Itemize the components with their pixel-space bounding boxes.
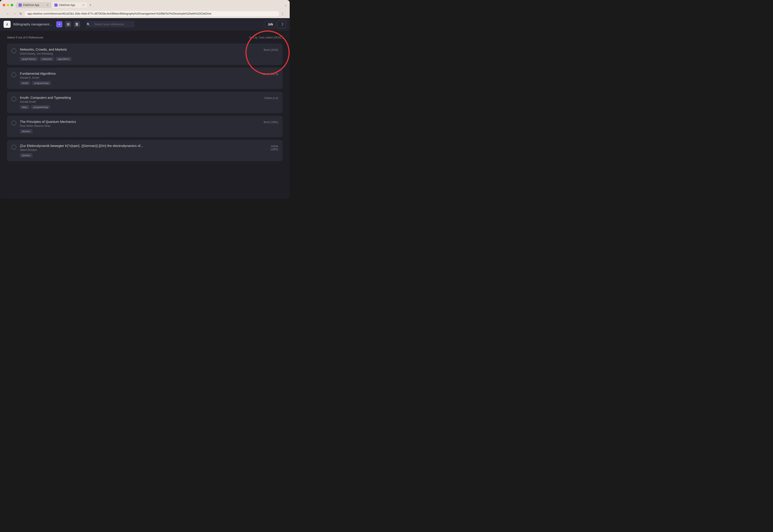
back-button[interactable]: ← xyxy=(5,11,10,16)
browser-chrome: C CiteDrive App ✕ C CiteDrive App ✕ + ⌄ … xyxy=(0,0,290,18)
toolbar-right: .bib ☽ xyxy=(264,20,286,28)
ref3-checkbox[interactable] xyxy=(11,97,16,101)
ref2-authors: Donald E. Knuth xyxy=(20,76,253,79)
ref3-authors: Donald Knuth xyxy=(20,100,253,103)
project-title: Bibliography management... xyxy=(13,23,52,26)
ref1-tags: graph theory networks algorithms xyxy=(20,57,253,61)
app-toolbar: ∂ Bibliography management... + ⊞ 🗑 🔍 .bi… xyxy=(0,18,290,30)
browser-tab-1[interactable]: C CiteDrive App ✕ xyxy=(16,2,51,8)
trash-icon: 🗑 xyxy=(75,22,79,26)
tabs-row: C CiteDrive App ✕ C CiteDrive App ✕ + xyxy=(16,2,284,8)
traffic-lights xyxy=(3,4,13,6)
reference-card-1: Networks, Crowds, and Markets David Easl… xyxy=(7,44,283,65)
address-bar[interactable] xyxy=(25,11,279,16)
reference-card-3: Knuth: Computers and Typesetting Donald … xyxy=(7,92,283,113)
ref1-authors: David Easley, Jon Kleinberg xyxy=(20,52,253,55)
reference-card-5: {Zur Elektrodynamik bewegter K{"o}rper}.… xyxy=(7,140,283,161)
reference-card-4: The Principles of Quantum Mechanics Paul… xyxy=(7,116,283,137)
titlebar: C CiteDrive App ✕ C CiteDrive App ✕ + ⌄ xyxy=(3,2,287,8)
tag-algorithms[interactable]: algorithms xyxy=(56,57,71,61)
plus-icon: + xyxy=(58,22,60,26)
ref1-type: Book (2010) xyxy=(256,48,278,51)
ref4-authors: Paul Adrien Maurice Dirac xyxy=(20,124,253,127)
ref4-title[interactable]: The Principles of Quantum Mechanics xyxy=(20,120,253,123)
ref4-content: The Principles of Quantum Mechanics Paul… xyxy=(20,120,253,133)
ref4-checkbox[interactable] xyxy=(11,121,16,125)
tag-physics-1[interactable]: physics xyxy=(20,129,32,133)
browser-profile-button[interactable]: ⌄ xyxy=(284,3,287,7)
bib-export-button[interactable]: .bib xyxy=(264,21,276,28)
content-area: Select 5 out of 5 References Sort by: Da… xyxy=(0,30,290,199)
ref5-type: Article (1905) xyxy=(256,145,278,151)
tag-networks[interactable]: networks xyxy=(40,57,54,61)
ref3-type: Online (n.d) xyxy=(256,97,278,100)
search-container: 🔍 xyxy=(84,21,190,27)
tag-programming-2[interactable]: programming xyxy=(31,105,50,109)
maximize-traffic-light[interactable] xyxy=(11,4,13,6)
ref5-tags: physics xyxy=(20,153,253,157)
ref3-content: Knuth: Computers and Typesetting Donald … xyxy=(20,96,253,109)
app-area: ∂ Bibliography management... + ⊞ 🗑 🔍 .bi… xyxy=(0,18,290,199)
add-reference-button[interactable]: + xyxy=(56,21,62,27)
ref2-type: Inbook (1973) xyxy=(256,72,278,76)
sort-info: Sort by: Date added (DESC) xyxy=(249,36,283,39)
trash-button[interactable]: 🗑 xyxy=(74,21,80,27)
search-input[interactable] xyxy=(86,21,134,27)
ref5-checkbox[interactable] xyxy=(11,145,16,150)
ref1-content: Networks, Crowds, and Markets David Easl… xyxy=(20,47,253,61)
content-header: Select 5 out of 5 References Sort by: Da… xyxy=(7,36,283,39)
minimize-traffic-light[interactable] xyxy=(7,4,9,6)
grid-view-button[interactable]: ⊞ xyxy=(65,21,71,27)
browser-tab-2[interactable]: C CiteDrive App ✕ xyxy=(52,2,87,8)
address-bar-row: ← → ↻ ⋮ xyxy=(3,10,287,18)
tag-programming-1[interactable]: programming xyxy=(32,81,51,85)
ref4-tags: physics xyxy=(20,129,253,133)
refresh-button[interactable]: ↻ xyxy=(19,11,23,16)
tab2-label: CiteDrive App xyxy=(59,4,75,7)
tag-graph-theory[interactable]: graph theory xyxy=(20,57,38,61)
close-traffic-light[interactable] xyxy=(3,4,5,6)
tab1-icon: C xyxy=(19,4,22,7)
tag-knuth[interactable]: knuth xyxy=(20,81,30,85)
ref3-title[interactable]: Knuth: Computers and Typesetting xyxy=(20,96,253,99)
ref2-checkbox[interactable] xyxy=(11,72,16,77)
tag-latex[interactable]: latex xyxy=(20,105,29,109)
ref5-title[interactable]: {Zur Elektrodynamik bewegter K{"o}rper}.… xyxy=(20,144,253,148)
tag-physics-2[interactable]: physics xyxy=(20,153,32,157)
ref5-authors: Albert Einstein xyxy=(20,148,253,152)
ref1-title[interactable]: Networks, Crowds, and Markets xyxy=(20,47,253,51)
forward-button[interactable]: → xyxy=(12,11,17,16)
ref2-tags: knuth programming xyxy=(20,81,253,85)
select-info: Select 5 out of 5 References xyxy=(7,36,43,39)
theme-toggle-button[interactable]: ☽ xyxy=(277,20,286,28)
grid-icon: ⊞ xyxy=(67,22,70,26)
tab1-label: CiteDrive App xyxy=(23,4,39,7)
ref1-checkbox[interactable] xyxy=(11,48,16,53)
ref3-tags: latex programming xyxy=(20,105,253,109)
new-tab-button[interactable]: + xyxy=(87,2,93,8)
ref2-title[interactable]: Fundamental Algorithms xyxy=(20,72,253,75)
app-logo: ∂ xyxy=(4,21,11,28)
app-wrapper: ∂ Bibliography management... + ⊞ 🗑 🔍 .bi… xyxy=(0,18,290,30)
ref5-content: {Zur Elektrodynamik bewegter K{"o}rper}.… xyxy=(20,144,253,157)
tab1-close[interactable]: ✕ xyxy=(46,4,49,7)
browser-menu-button[interactable]: ⋮ xyxy=(281,12,284,16)
ref2-content: Fundamental Algorithms Donald E. Knuth k… xyxy=(20,72,253,85)
ref4-type: Book (1981) xyxy=(256,121,278,124)
reference-card-2: Fundamental Algorithms Donald E. Knuth k… xyxy=(7,68,283,89)
tab2-icon: C xyxy=(54,4,57,7)
tab2-close[interactable]: ✕ xyxy=(82,4,84,7)
